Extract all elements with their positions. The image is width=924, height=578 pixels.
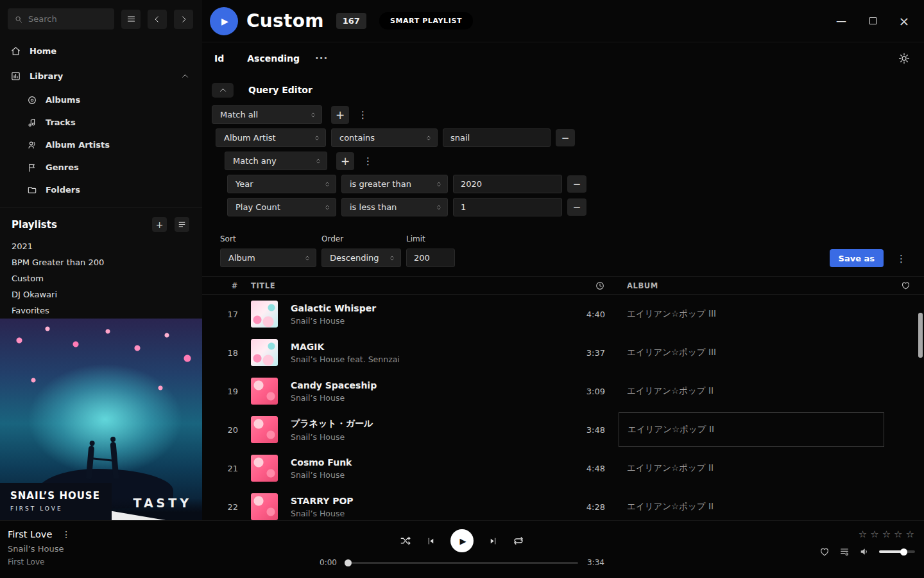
artwork-figure-arms [92,457,114,461]
limit-input[interactable] [406,249,455,267]
rule-field-select[interactable]: Album Artist [216,128,326,147]
scrollbar-thumb[interactable] [918,313,923,358]
now-playing-menu-button[interactable]: ⋮ [62,529,71,539]
group-menu-button[interactable]: ⋮ [359,155,377,167]
maximize-button[interactable] [867,15,878,27]
column-duration[interactable] [595,281,605,291]
add-rule-button[interactable]: + [336,152,354,170]
forward-button[interactable] [174,10,193,29]
playlist-item[interactable]: Favorites [0,302,202,319]
rule-operator-select[interactable]: contains [331,128,438,147]
settings-button[interactable] [898,53,910,64]
table-row[interactable]: 20 プラネット・ガール Snail’s House 3:48 エイリアン☆ポッ… [202,410,924,449]
playlist-list-button[interactable] [175,217,189,232]
volume-slider[interactable] [879,550,915,553]
artist-icon [27,140,37,150]
minimize-button[interactable]: — [835,15,847,27]
sidebar-item-album-artists[interactable]: Album Artists [0,134,202,156]
close-button[interactable]: × [898,15,910,27]
play-playlist-button[interactable]: ▶ [210,7,238,35]
query-menu-button[interactable]: ⋮ [893,253,910,267]
search-input[interactable] [28,14,108,24]
remove-rule-button[interactable]: − [567,198,586,216]
table-row[interactable]: 19 Candy Spaceship Snail’s House 3:09 エイ… [202,372,924,410]
playlist-item[interactable]: BPM Greater than 200 [0,254,202,270]
volume-handle[interactable] [900,548,907,556]
shuffle-button[interactable] [400,535,411,547]
volume-button[interactable] [859,547,869,557]
playlist-item[interactable]: DJ Okawari [0,286,202,302]
table-header: # TITLE ALBUM [202,276,924,295]
star-icon[interactable]: ☆ [882,529,891,540]
collapse-query-editor-button[interactable] [212,83,234,98]
now-playing-artist: Snail’s House [8,544,71,554]
sort-select[interactable]: Album [220,249,316,267]
sidebar-item-home[interactable]: Home [0,39,202,64]
favorite-button[interactable] [819,547,830,557]
remove-rule-button[interactable]: − [567,175,586,193]
column-title[interactable]: TITLE [251,281,560,290]
sidebar-item-library[interactable]: Library [0,64,202,89]
repeat-button[interactable] [513,535,524,547]
playlist-item[interactable]: Custom [0,270,202,286]
previous-icon [426,536,436,546]
match-type-select[interactable]: Match all [212,105,322,124]
collapse-library-control[interactable] [181,72,189,80]
sidebar-item-tracks[interactable]: Tracks [0,111,202,134]
star-icon[interactable]: ☆ [906,529,915,540]
rating-stars[interactable]: ☆ ☆ ☆ ☆ ☆ [859,529,915,540]
sidebar-item-label: Albums [46,95,80,105]
track-album[interactable]: エイリアン☆ポップ II [619,412,884,447]
back-button[interactable] [148,10,167,29]
sidebar-item-genres[interactable]: Genres [0,156,202,179]
now-playing-info: First Love ⋮ Snail’s House First Love [8,529,71,566]
select-updown-icon [323,202,331,213]
playlist-item[interactable]: 2021 [0,238,202,254]
order-select[interactable]: Descending [321,249,401,267]
track-number: 22 [227,502,238,512]
sidebar-item-albums[interactable]: Albums [0,89,202,111]
rule-value-input[interactable] [443,128,551,147]
previous-track-button[interactable] [426,536,436,546]
next-track-button[interactable] [488,536,498,546]
menu-button[interactable] [121,10,141,29]
rule-operator-select[interactable]: is greater than [341,175,448,193]
rule-value-input[interactable] [453,175,562,193]
add-playlist-button[interactable]: + [152,217,167,232]
search-box[interactable] [8,8,114,30]
play-pause-button[interactable]: ▶ [450,529,474,552]
rule-field-select[interactable]: Year [227,175,336,193]
table-row[interactable]: 18 MAGIK Snail’s House feat. Sennzai 3:3… [202,333,924,372]
star-icon[interactable]: ☆ [870,529,879,540]
rule-operator-select[interactable]: is less than [341,198,448,216]
column-favorite[interactable] [901,281,911,290]
seek-handle[interactable] [345,559,352,566]
album-art-thumbnail [251,493,278,520]
group-menu-button[interactable]: ⋮ [354,109,372,121]
rule-field-select[interactable]: Play Count [227,198,336,216]
chevron-left-icon [153,15,162,24]
now-playing-album: First Love [8,557,71,566]
star-icon[interactable]: ☆ [894,529,903,540]
add-rule-button[interactable]: + [331,106,349,124]
select-updown-icon [313,133,321,143]
table-row[interactable]: 21 Cosmo Funk Snail’s House 4:48 エイリアン☆ポ… [202,449,924,487]
star-icon[interactable]: ☆ [859,529,868,540]
maximize-icon [869,17,877,24]
rule-value-input[interactable] [453,198,562,216]
column-album[interactable]: ALBUM [627,281,887,290]
save-as-button[interactable]: Save as [830,249,884,267]
total-time: 3:34 [587,558,604,567]
column-number[interactable]: # [232,281,238,290]
match-type-select[interactable]: Match any [225,152,327,170]
sort-more-button[interactable]: ··· [315,53,328,64]
remove-rule-button[interactable]: − [556,129,575,146]
table-row[interactable]: 17 Galactic Whisper Snail’s House 4:40 エ… [202,295,924,333]
sort-field-control[interactable]: Id [214,53,224,64]
sort-direction-control[interactable]: Ascending [247,53,300,64]
table-row[interactable]: 22 STARRY POP Snail’s House 4:28 エイリアン☆ポ… [202,487,924,520]
track-album: エイリアン☆ポップ III [627,308,887,320]
queue-button[interactable] [839,547,850,557]
seek-slider[interactable] [346,562,578,564]
sidebar-item-folders[interactable]: Folders [0,179,202,201]
